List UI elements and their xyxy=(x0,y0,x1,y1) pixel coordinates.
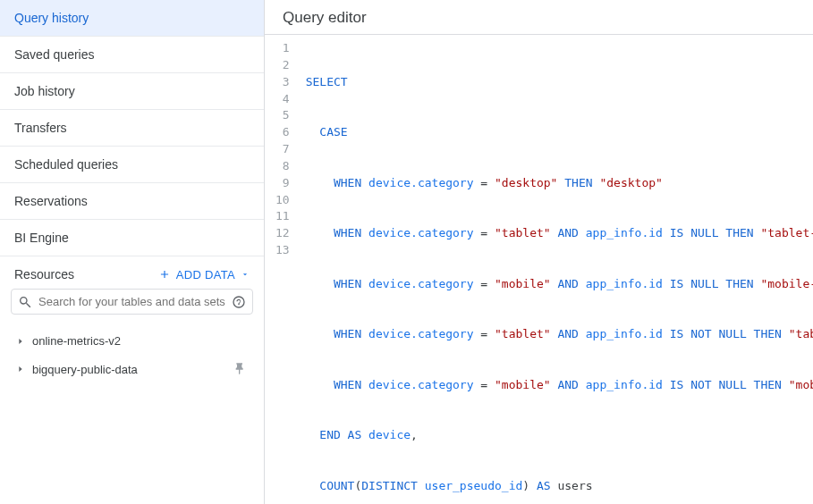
nav-job-history[interactable]: Job history xyxy=(0,73,264,110)
pin-icon[interactable] xyxy=(233,362,248,376)
search-icon xyxy=(18,295,32,309)
add-data-button[interactable]: ADD DATA xyxy=(158,268,250,281)
tree-item[interactable]: online-metrics-v2 xyxy=(7,327,257,355)
nav-bi-engine[interactable]: BI Engine xyxy=(0,220,264,256)
plus-icon xyxy=(158,268,171,281)
tree-item-label: bigquery-public-data xyxy=(32,363,226,376)
chevron-right-icon xyxy=(16,337,25,346)
code-content[interactable]: SELECT CASE WHEN device.category = "desk… xyxy=(297,35,813,504)
sidebar: Query history Saved queries Job history … xyxy=(0,0,265,504)
nav-reservations[interactable]: Reservations xyxy=(0,183,264,220)
add-data-label: ADD DATA xyxy=(176,268,235,281)
chevron-down-icon xyxy=(241,270,250,279)
tree-item[interactable]: bigquery-public-data xyxy=(7,355,257,383)
nav-query-history[interactable]: Query history xyxy=(0,0,264,37)
resource-tree: online-metrics-v2 bigquery-public-data xyxy=(0,323,264,387)
resources-label: Resources xyxy=(14,267,74,281)
nav-saved-queries[interactable]: Saved queries xyxy=(0,37,264,73)
nav-scheduled-queries[interactable]: Scheduled queries xyxy=(0,147,264,183)
help-icon[interactable] xyxy=(232,295,246,309)
editor-title: Query editor xyxy=(265,0,813,35)
search-input[interactable] xyxy=(11,289,253,315)
code-editor[interactable]: 12345678910111213 SELECT CASE WHEN devic… xyxy=(265,35,813,504)
line-gutter: 12345678910111213 xyxy=(265,35,297,504)
tree-item-label: online-metrics-v2 xyxy=(32,334,121,348)
chevron-right-icon xyxy=(16,365,25,374)
nav-transfers[interactable]: Transfers xyxy=(0,110,264,147)
